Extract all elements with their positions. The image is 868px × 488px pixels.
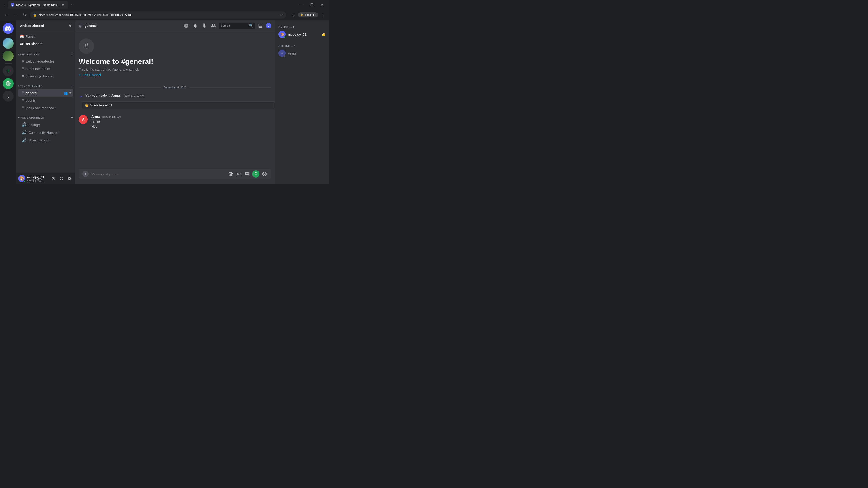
main-content: # general [75,20,275,184]
user-discriminator: moodjoy71_0... [27,179,48,182]
url-text: discord.com/channels/1182362010067935253… [39,13,278,17]
gift-btn[interactable] [227,171,234,177]
server-dropdown-icon: ∨ [68,23,71,28]
threads-btn[interactable] [183,22,190,29]
category-add-text[interactable]: + [71,84,73,88]
pin-btn[interactable] [201,22,208,29]
url-bar[interactable]: 🔒 discord.com/channels/11823620100679352… [30,11,286,19]
server-separator [4,36,12,36]
help-btn[interactable]: ? [266,23,271,29]
menu-btn[interactable]: ⋮ [319,11,327,19]
stickers-btn[interactable] [244,171,250,177]
channel-header-name: general [84,24,97,28]
avatar[interactable]: A [79,115,88,124]
user-settings-btn[interactable] [66,175,73,182]
browser-tab[interactable]: D Discord | #general | Artists Disc... ✕ [8,1,68,8]
member-anna[interactable]: A Anna [277,48,327,58]
tab-overflow-btn[interactable]: ⌄ [2,1,7,8]
user-panel: 🎨 moodjoy_71 moodjoy71_0... [16,173,75,184]
extensions-btn[interactable]: ⬡ [290,11,297,19]
server-boost-text: Artists Discord [20,42,71,46]
back-btn[interactable]: ← [3,11,10,19]
events-label: Events [26,35,35,38]
category-information[interactable]: ▾ INFORMATION + [16,48,75,58]
minimize-btn[interactable]: — [296,1,307,8]
date-divider: December 8, 2023 [75,82,275,93]
channel-ideas[interactable]: # ideas-and-feedback [18,104,73,111]
user-controls [50,175,73,182]
maximize-btn[interactable]: ❐ [307,1,317,8]
speaker-icon: 🔊 [22,122,27,127]
system-text-after: ! [120,94,121,97]
edit-channel-link[interactable]: ✏ Edit Channel [79,73,101,77]
channel-name-welcome: welcome-and-rules [26,59,71,63]
events-item[interactable]: 📅 Events [16,33,75,40]
voice-channel-community[interactable]: 🔊 Community Hangout [18,129,73,136]
message-author[interactable]: Anna [91,115,100,119]
channel-my-channel[interactable]: # this-is-my-channel [18,72,73,80]
new-tab-btn[interactable]: + [69,2,75,8]
user-avatar[interactable]: 🎨 [18,175,25,182]
browser-actions: ⬡ 🕵 Incognito ⋮ [290,11,327,19]
user-status-dot [23,180,26,182]
gif-btn[interactable]: GIF [236,172,242,176]
deafen-btn[interactable] [58,175,65,182]
incognito-icon: 🕵 [300,13,304,17]
category-name-voice: VOICE CHANNELS [20,116,71,119]
server-sidebar: + ⊕ ↓ [0,20,16,184]
attach-btn[interactable]: + [82,171,89,177]
wave-button[interactable]: 👋 Wave to say hi! [82,101,275,109]
bell-btn[interactable] [192,22,199,29]
message-header: Anna Today at 1:13 AM [91,115,271,119]
tab-close-btn[interactable]: ✕ [61,3,65,7]
channel-welcome[interactable]: # welcome-and-rules [18,58,73,65]
add-members-icon[interactable]: 👥 [64,91,68,95]
chat-input[interactable] [91,170,225,178]
server-name: Artists Discord [20,24,68,28]
category-add-voice[interactable]: + [71,115,73,120]
system-message-content: Yay you made it, Anna! Today at 1:12 AM [86,94,144,97]
search-icon: 🔍 [249,24,253,28]
voice-channel-lounge[interactable]: 🔊 Lounge [18,121,73,129]
add-server-btn[interactable]: + [3,66,13,76]
inbox-btn[interactable] [257,22,264,29]
members-section-offline: OFFLINE — 1 [277,43,327,48]
bookmark-icon[interactable]: ☆ [280,13,283,17]
settings-icon[interactable]: ⚙ [68,91,71,95]
category-chevron-text: ▾ [18,85,20,87]
channel-events[interactable]: # events [18,97,73,104]
server-header[interactable]: Artists Discord ∨ [16,20,75,31]
emoji-btn[interactable] [261,171,268,177]
channel-name-events: events [26,98,71,102]
voice-channel-stream[interactable]: 🔊 Stream Room [18,136,73,144]
server-boost-banner[interactable]: Artists Discord [16,40,75,47]
incognito-label: Incognito [305,13,316,17]
category-voice-channels[interactable]: ▾ VOICE CHANNELS + [16,111,75,121]
system-arrow-icon: → [79,94,83,99]
close-btn[interactable]: ✕ [317,1,327,8]
refresh-btn[interactable]: ↻ [21,11,28,19]
mute-btn[interactable] [50,175,57,182]
explore-servers-btn[interactable]: ⊕ [3,78,13,89]
member-moodjoy[interactable]: 🎨 moodjoy_71 👑 [277,29,327,39]
search-placeholder: Search [221,24,247,27]
grammarly-btn[interactable]: G [252,170,259,177]
chat-input-area: + GIF G [75,169,275,184]
category-text-channels[interactable]: ▾ TEXT CHANNELS + [16,80,75,89]
system-timestamp: Today at 1:12 AM [123,94,144,97]
category-add-info[interactable]: + [71,52,73,57]
forward-btn[interactable]: → [12,11,19,19]
channel-announcements[interactable]: # announcements [18,65,73,72]
incognito-badge[interactable]: 🕵 Incognito [298,12,318,18]
download-apps-btn[interactable]: ↓ [3,91,13,102]
channel-general[interactable]: # general 👥 ⚙ [18,89,73,97]
members-btn[interactable] [210,22,217,29]
search-bar[interactable]: Search 🔍 [219,23,255,29]
server-icon-2[interactable] [3,51,13,61]
server-icon-artists[interactable] [3,38,13,49]
chat-input-box: + GIF G [79,169,271,179]
message-text-1: Hello! [91,119,271,124]
discord-home-btn[interactable] [3,23,13,34]
member-status-moodjoy [284,36,286,38]
chat-input-actions: GIF G [227,170,268,177]
